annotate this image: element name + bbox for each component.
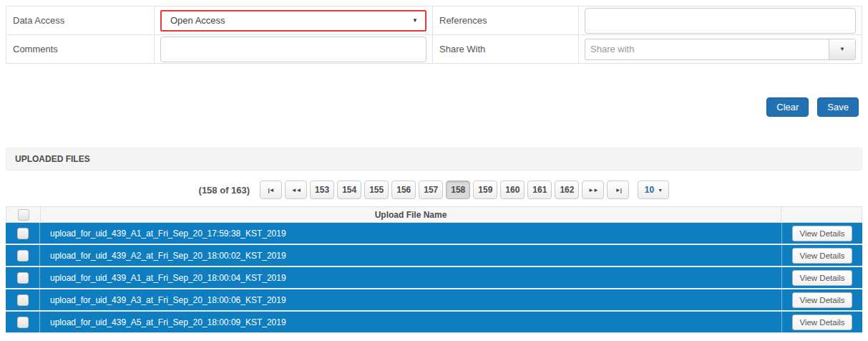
rows-per-page-value: 10 — [645, 185, 654, 195]
view-details-button[interactable]: View Details — [792, 248, 852, 264]
metadata-form: Data Access Open Access ▼ References Com… — [6, 6, 862, 64]
references-cell — [579, 6, 862, 35]
row-checkbox-cell: ✓ — [6, 312, 40, 332]
file-name: upload_for_uid_439_A2_at_Fri_Sep_20_18:0… — [40, 245, 782, 266]
comments-cell — [155, 35, 433, 64]
comments-label: Comments — [6, 35, 155, 64]
row-action-cell: View Details — [782, 223, 862, 244]
data-access-select[interactable]: Open Access ▼ — [160, 10, 426, 32]
clear-button[interactable]: Clear — [766, 97, 809, 117]
view-details-button[interactable]: View Details — [792, 270, 852, 286]
table-body: ✓upload_for_uid_439_A1_at_Fri_Sep_20_17:… — [6, 223, 862, 334]
row-action-cell: View Details — [782, 267, 862, 288]
file-name-column-header: Upload File Name — [41, 207, 781, 222]
row-checkbox[interactable]: ✓ — [17, 317, 29, 328]
previous-page-button[interactable]: ◄◄ — [285, 181, 307, 199]
row-action-cell: View Details — [782, 312, 862, 332]
chevron-down-icon: ▼ — [412, 17, 418, 24]
data-access-label: Data Access — [6, 6, 155, 35]
row-checkbox[interactable]: ✓ — [17, 250, 29, 261]
row-checkbox[interactable]: ✓ — [17, 294, 29, 306]
page-button[interactable]: 155 — [364, 181, 389, 199]
row-checkbox-cell: ✓ — [6, 223, 40, 244]
page: Data Access Open Access ▼ References Com… — [6, 6, 862, 334]
row-checkbox[interactable]: ✓ — [17, 272, 29, 284]
data-access-selected-value: Open Access — [170, 15, 225, 26]
row-checkbox-cell: ✓ — [6, 245, 40, 266]
row-action-cell: View Details — [782, 245, 862, 266]
page-button[interactable]: 161 — [527, 181, 552, 199]
page-button[interactable]: 157 — [419, 181, 443, 199]
references-input[interactable] — [585, 8, 856, 34]
table-row[interactable]: ✓upload_for_uid_439_A1_at_Fri_Sep_20_17:… — [6, 223, 862, 245]
references-label: References — [433, 6, 579, 35]
first-page-button[interactable]: |◄ — [260, 181, 282, 199]
form-actions: Clear Save — [6, 97, 862, 117]
page-number-buttons: 153154155156157158159160161162 — [310, 181, 579, 199]
row-checkbox-cell: ✓ — [6, 289, 40, 310]
view-details-button[interactable]: View Details — [792, 226, 852, 241]
file-name: upload_for_uid_439_A1_at_Fri_Sep_20_18:0… — [40, 267, 782, 288]
file-name: upload_for_uid_439_A3_at_Fri_Sep_20_18:0… — [40, 289, 782, 310]
page-button[interactable]: 160 — [500, 181, 525, 199]
select-all-checkbox[interactable] — [18, 209, 29, 221]
share-with-select[interactable]: Share with ▼ — [585, 39, 856, 60]
table-row[interactable]: ✓upload_for_uid_439_A5_at_Fri_Sep_20_18:… — [6, 312, 862, 334]
share-with-label: Share With — [433, 35, 579, 64]
page-button[interactable]: 158 — [446, 181, 470, 199]
actions-column-header — [781, 207, 862, 222]
row-checkbox-cell: ✓ — [6, 267, 40, 288]
table-header-row: Upload File Name — [6, 206, 862, 223]
table-row[interactable]: ✓upload_for_uid_439_A1_at_Fri_Sep_20_18:… — [6, 267, 862, 289]
page-button[interactable]: 154 — [337, 181, 361, 199]
page-button[interactable]: 162 — [555, 181, 579, 199]
chevron-down-icon: ▼ — [658, 188, 663, 193]
chevron-down-icon: ▼ — [839, 46, 845, 52]
file-name: upload_for_uid_439_A1_at_Fri_Sep_20_17:5… — [40, 223, 782, 244]
paginator-status: (158 of 163) — [199, 185, 250, 196]
view-details-button[interactable]: View Details — [792, 314, 852, 330]
uploaded-files-table: Upload File Name ✓upload_for_uid_439_A1_… — [6, 206, 862, 334]
next-page-button[interactable]: ►► — [582, 181, 604, 199]
page-button[interactable]: 156 — [391, 181, 416, 199]
table-row[interactable]: ✓upload_for_uid_439_A3_at_Fri_Sep_20_18:… — [6, 289, 862, 312]
view-details-button[interactable]: View Details — [792, 292, 852, 308]
share-with-placeholder: Share with — [585, 39, 829, 59]
comments-input[interactable] — [160, 37, 426, 62]
page-button[interactable]: 159 — [473, 181, 497, 199]
share-with-cell: Share with ▼ — [579, 35, 862, 64]
select-all-cell — [6, 207, 41, 222]
last-page-button[interactable]: ►| — [607, 181, 629, 199]
uploaded-files-panel-header: UPLOADED FILES — [6, 148, 862, 170]
data-access-cell: Open Access ▼ — [155, 6, 433, 35]
file-name: upload_for_uid_439_A5_at_Fri_Sep_20_18:0… — [40, 312, 782, 332]
table-row[interactable]: ✓upload_for_uid_439_A2_at_Fri_Sep_20_18:… — [6, 245, 862, 267]
row-action-cell: View Details — [782, 289, 862, 310]
rows-per-page-select[interactable]: 10 ▼ — [638, 181, 669, 199]
save-button[interactable]: Save — [817, 97, 859, 117]
share-with-dropdown-button[interactable]: ▼ — [829, 39, 855, 59]
row-checkbox[interactable]: ✓ — [17, 228, 29, 239]
page-button[interactable]: 153 — [310, 181, 334, 199]
paginator: (158 of 163) |◄ ◄◄ 153154155156157158159… — [6, 181, 862, 199]
